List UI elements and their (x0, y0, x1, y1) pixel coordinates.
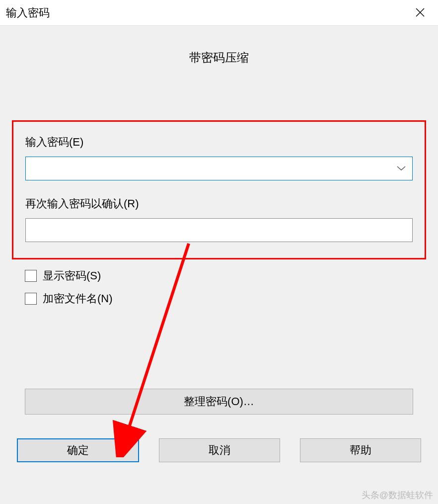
cancel-button[interactable]: 取消 (159, 438, 280, 462)
checkbox-area: 显示密码(S) 加密文件名(N) (0, 259, 438, 306)
window-title: 输入密码 (6, 5, 50, 20)
encrypt-filenames-label: 加密文件名(N) (43, 291, 113, 306)
password-label: 输入密码(E) (25, 135, 413, 150)
password-input[interactable] (25, 157, 413, 180)
help-button[interactable]: 帮助 (300, 438, 421, 462)
confirm-password-input[interactable] (25, 218, 413, 242)
checkbox-icon (25, 293, 37, 305)
password-combo[interactable] (25, 157, 413, 180)
manage-passwords-button[interactable]: 整理密码(O)… (25, 389, 413, 415)
checkbox-icon (25, 270, 37, 282)
encrypt-filenames-checkbox[interactable]: 加密文件名(N) (25, 291, 413, 306)
close-icon[interactable] (410, 6, 430, 19)
titlebar: 输入密码 (0, 0, 438, 26)
watermark-text: 头条@数据蛙软件 (362, 489, 433, 501)
confirm-password-label: 再次输入密码以确认(R) (25, 196, 413, 211)
show-password-label: 显示密码(S) (43, 268, 101, 283)
dialog-body: 带密码压缩 输入密码(E) 再次输入密码以确认(R) 显示密码(S) 加密文件名… (0, 26, 438, 462)
dialog-heading: 带密码压缩 (0, 26, 438, 71)
ok-button[interactable]: 确定 (17, 438, 139, 462)
password-section-highlight: 输入密码(E) 再次输入密码以确认(R) (12, 120, 426, 259)
show-password-checkbox[interactable]: 显示密码(S) (25, 268, 413, 283)
dialog-buttons: 确定 取消 帮助 (0, 415, 438, 462)
